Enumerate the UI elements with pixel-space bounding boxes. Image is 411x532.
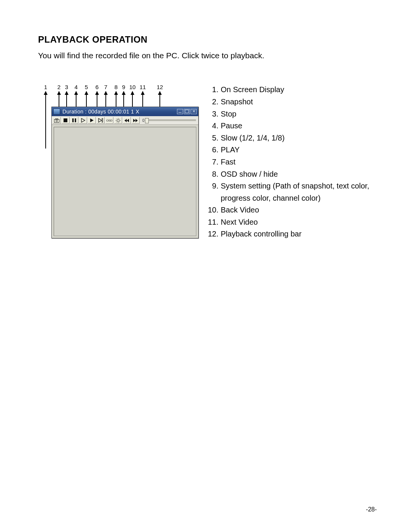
svg-marker-13	[133, 119, 135, 122]
legend-item: 9.System setting (Path of snapshot, text…	[206, 180, 377, 204]
settings-button[interactable]	[114, 117, 122, 124]
svg-rect-5	[75, 118, 76, 122]
callout-number-11: 11	[140, 84, 146, 90]
callout-number-10: 10	[129, 84, 136, 90]
fast-button[interactable]	[96, 117, 105, 124]
legend-item: 8.OSD show / hide	[206, 168, 377, 181]
figure-column: 1 2 3 4 5 6 7 8 9 10 11 12	[38, 84, 202, 236]
minimize-icon	[178, 112, 182, 113]
legend-item: 7.Fast	[206, 156, 377, 168]
player-diagram: 1 2 3 4 5 6 7 8 9 10 11 12	[38, 84, 202, 236]
callout-number-3: 3	[65, 84, 68, 90]
osd-button[interactable]: OSD	[105, 117, 113, 124]
callout-number-7: 7	[104, 84, 107, 90]
app-icon	[53, 109, 60, 115]
pause-icon	[72, 118, 76, 122]
section-title: PLAYBACK OPERATION	[38, 34, 377, 45]
window-buttons: ✕	[177, 109, 197, 114]
svg-marker-8	[99, 118, 102, 122]
intro-text: You will find the recorded file on the P…	[38, 50, 377, 61]
duration-text: Duration : 00days 00:00:01 1 X	[62, 109, 139, 115]
legend-text: Pause	[220, 120, 377, 132]
legend-num: 2.	[206, 96, 220, 108]
svg-marker-7	[90, 118, 94, 122]
legend-num: 3.	[206, 108, 220, 120]
legend-num: 11.	[206, 216, 220, 228]
close-button[interactable]: ✕	[191, 109, 197, 114]
legend-item: 1.On Screen Display	[206, 84, 377, 96]
legend-text: Stop	[220, 108, 377, 120]
legend-num: 7.	[206, 156, 220, 168]
svg-rect-3	[64, 118, 67, 122]
play-button[interactable]	[88, 117, 96, 124]
svg-point-2	[56, 120, 57, 121]
pause-button[interactable]	[70, 117, 78, 124]
player-window: Duration : 00days 00:00:01 1 X ✕	[51, 107, 199, 238]
legend-item: 5.Slow (1/2, 1/4, 1/8)	[206, 132, 377, 144]
svg-rect-1	[56, 118, 58, 120]
callout-number-2: 2	[57, 84, 61, 90]
legend-item: 12.Playback controlling bar	[206, 228, 377, 240]
legend-item: 11.Next Video	[206, 216, 377, 228]
fastforward-icon	[133, 118, 138, 123]
callout-number-6: 6	[96, 84, 99, 90]
legend-num: 8.	[206, 168, 220, 181]
document-page: PLAYBACK OPERATION You will find the rec…	[0, 0, 411, 532]
legend-num: 5.	[206, 132, 220, 144]
callout-number-12: 12	[157, 84, 163, 90]
playback-slider[interactable]: 0	[140, 117, 198, 124]
rewind-icon	[124, 118, 129, 123]
slider-track[interactable]	[146, 120, 196, 121]
callout-arrow-1	[45, 91, 46, 149]
svg-rect-9	[102, 118, 103, 122]
snapshot-button[interactable]	[53, 117, 61, 124]
maximize-icon	[185, 110, 189, 113]
legend-text: Slow (1/2, 1/4, 1/8)	[220, 132, 377, 144]
legend-item: 6.PLAY	[206, 144, 377, 156]
legend-num: 6.	[206, 144, 220, 156]
camera-icon	[54, 118, 59, 123]
svg-marker-12	[127, 119, 129, 122]
next-video-button[interactable]	[131, 117, 140, 124]
minimize-button[interactable]	[177, 109, 183, 114]
legend-num: 1.	[206, 84, 220, 96]
legend-item: 3.Stop	[206, 108, 377, 120]
video-display-area	[54, 127, 196, 236]
legend-num: 9.	[206, 180, 220, 204]
legend-text: Fast	[220, 156, 377, 168]
callout-number-9: 9	[122, 84, 125, 90]
slider-zero-label: 0	[142, 118, 145, 123]
legend-num: 4.	[206, 120, 220, 132]
stop-button[interactable]	[61, 117, 70, 124]
legend-text: Snapshot	[220, 96, 377, 108]
osd-text-icon: OSD	[106, 119, 112, 122]
stop-icon	[64, 118, 67, 122]
svg-marker-6	[81, 118, 85, 122]
callout-number-1: 1	[44, 84, 47, 90]
svg-marker-14	[135, 119, 138, 122]
close-icon: ✕	[191, 109, 196, 113]
legend-item: 10.Back Video	[206, 204, 377, 216]
gear-icon	[116, 118, 121, 123]
svg-rect-0	[54, 119, 59, 122]
callout-number-4: 4	[75, 84, 78, 90]
svg-marker-11	[124, 119, 127, 122]
content-columns: 1 2 3 4 5 6 7 8 9 10 11 12	[38, 84, 377, 240]
legend-text: Playback controlling bar	[220, 228, 377, 240]
legend-text: Back Video	[220, 204, 377, 216]
titlebar[interactable]: Duration : 00days 00:00:01 1 X ✕	[52, 107, 198, 116]
slider-thumb[interactable]	[145, 118, 149, 123]
legend-text: OSD show / hide	[220, 168, 377, 181]
svg-point-10	[117, 119, 119, 121]
legend-item: 4.Pause	[206, 120, 377, 132]
fast-forward-icon	[98, 118, 103, 123]
legend-text: On Screen Display	[220, 84, 377, 96]
maximize-button[interactable]	[184, 109, 190, 114]
callout-number-5: 5	[85, 84, 88, 90]
slow-button[interactable]	[79, 117, 87, 124]
legend-text: Next Video	[220, 216, 377, 228]
back-video-button[interactable]	[123, 117, 131, 124]
legend-num: 12.	[206, 228, 220, 240]
toolbar: OSD	[52, 116, 198, 125]
callout-number-8: 8	[115, 84, 118, 90]
